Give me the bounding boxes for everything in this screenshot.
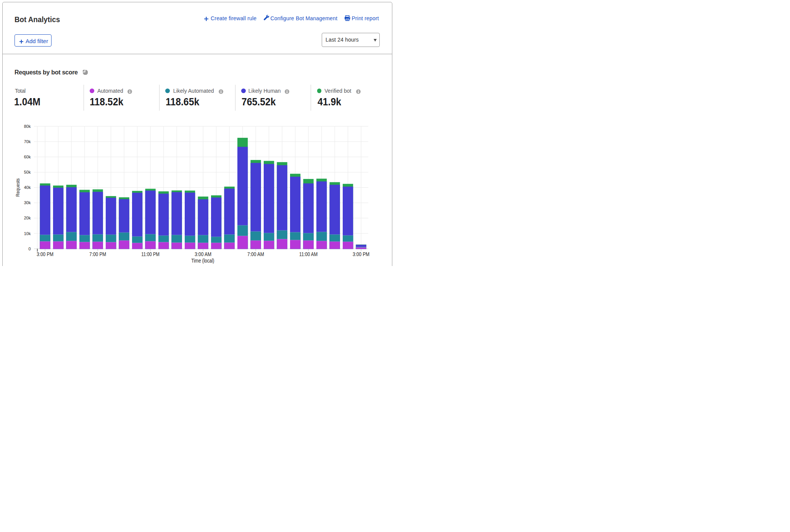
svg-text:70k: 70k [24,139,31,144]
svg-text:30k: 30k [24,200,31,205]
svg-text:3:00 AM: 3:00 AM [195,251,211,257]
svg-text:80k: 80k [24,124,31,129]
svg-text:Requests: Requests [15,178,21,197]
svg-text:50k: 50k [24,170,31,174]
svg-text:10k: 10k [24,231,31,236]
svg-text:11:00 PM: 11:00 PM [141,251,160,257]
svg-text:7:00 AM: 7:00 AM [247,251,264,257]
svg-text:Time (local): Time (local) [191,258,214,264]
svg-text:11:00 AM: 11:00 AM [299,251,318,257]
svg-text:3:00 PM: 3:00 PM [353,251,369,257]
svg-text:7:00 PM: 7:00 PM [89,251,106,257]
svg-text:20k: 20k [24,216,31,220]
svg-text:3:00 PM: 3:00 PM [37,251,53,257]
svg-text:0: 0 [28,247,31,251]
svg-text:40k: 40k [24,185,31,190]
svg-text:60k: 60k [24,155,31,159]
